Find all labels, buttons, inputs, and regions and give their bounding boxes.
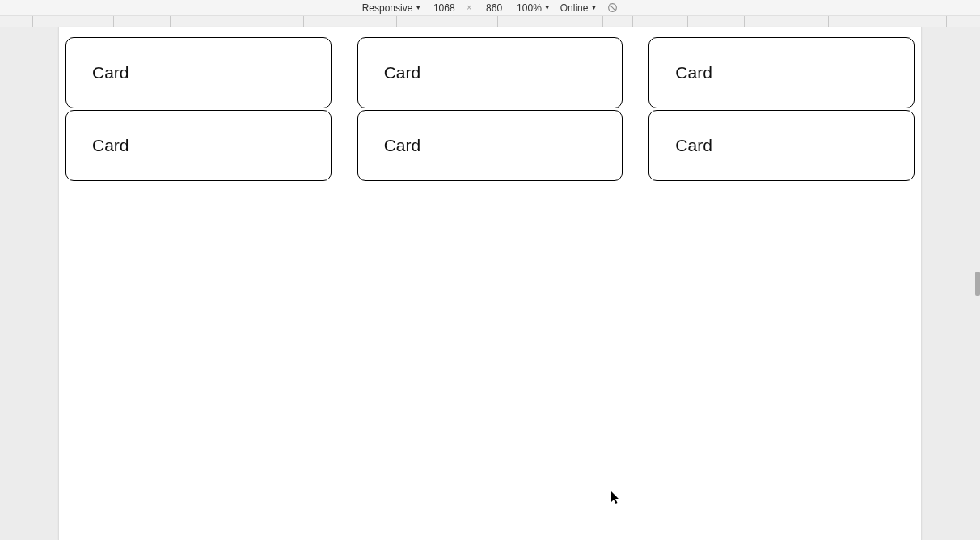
card-label: Card bbox=[92, 63, 129, 82]
throttle-label: Online bbox=[560, 2, 589, 14]
device-selector[interactable]: Responsive ▼ bbox=[362, 2, 422, 14]
resize-handle[interactable] bbox=[975, 272, 980, 296]
card[interactable]: Card bbox=[65, 37, 332, 108]
card[interactable]: Card bbox=[357, 110, 623, 181]
device-label: Responsive bbox=[362, 2, 413, 14]
card[interactable]: Card bbox=[648, 37, 915, 108]
card-grid: Card Card Card Card Card Card bbox=[65, 37, 915, 181]
zoom-selector[interactable]: 100% ▼ bbox=[517, 2, 551, 14]
chevron-down-icon: ▼ bbox=[590, 4, 597, 11]
viewport-width-input[interactable]: 1068 bbox=[431, 2, 457, 14]
dimension-separator: × bbox=[467, 3, 471, 12]
devtools-toolbar: Responsive ▼ 1068 × 860 100% ▼ Online ▼ bbox=[0, 0, 980, 16]
chevron-down-icon: ▼ bbox=[544, 4, 551, 11]
chevron-down-icon: ▼ bbox=[415, 4, 421, 11]
zoom-label: 100% bbox=[517, 2, 542, 14]
card[interactable]: Card bbox=[648, 110, 915, 181]
card[interactable]: Card bbox=[357, 37, 623, 108]
responsive-viewport: Card Card Card Card Card Card bbox=[58, 27, 922, 540]
viewport-height-input[interactable]: 860 bbox=[481, 2, 507, 14]
card-label: Card bbox=[675, 63, 712, 82]
svg-line-1 bbox=[610, 5, 616, 11]
ruler-bar bbox=[0, 16, 980, 27]
viewport-container: Card Card Card Card Card Card bbox=[0, 27, 980, 540]
throttle-selector[interactable]: Online ▼ bbox=[560, 2, 598, 14]
card-label: Card bbox=[384, 136, 421, 155]
card[interactable]: Card bbox=[65, 110, 332, 181]
rotate-icon[interactable] bbox=[606, 2, 618, 14]
card-label: Card bbox=[384, 63, 421, 82]
card-label: Card bbox=[675, 136, 712, 155]
card-label: Card bbox=[92, 136, 129, 155]
